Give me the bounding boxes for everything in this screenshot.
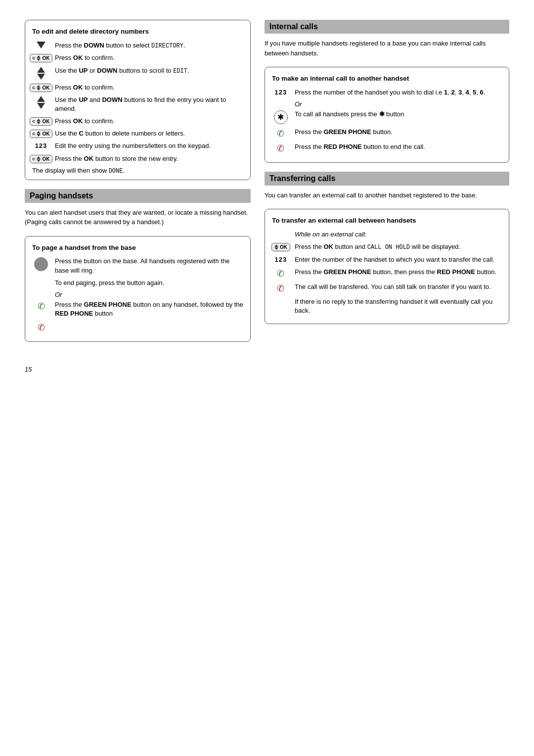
keypad-123-icon-3: 123 bbox=[272, 256, 290, 263]
step-green-phone-internal-text: Press the GREEN PHONE button. bbox=[295, 128, 502, 137]
left-column: To edit and delete directory numbers Pre… bbox=[25, 20, 251, 351]
internal-calls-box: To make an internal call to another hand… bbox=[265, 67, 509, 163]
paging-section-header: Paging handsets bbox=[25, 189, 251, 203]
green-phone-icon-2: ✆ bbox=[272, 128, 290, 139]
keypad-123-icon-2: 123 bbox=[272, 89, 290, 96]
step-c-delete: C OK Use the C button to delete numbers … bbox=[32, 129, 243, 138]
ok-icon-1: C OK bbox=[32, 54, 50, 62]
step-123-internal: 123 Press the number of the handset you … bbox=[272, 88, 502, 97]
internal-calls-box-title: To make an internal call to another hand… bbox=[272, 74, 502, 83]
step-no-reply: If there is no reply to the transferring… bbox=[272, 297, 502, 315]
ok-icon-2: C OK bbox=[32, 84, 50, 92]
step-ok-store-text: Press the OK button to store the new ent… bbox=[55, 154, 243, 163]
step-no-reply-text: If there is no reply to the transferring… bbox=[295, 297, 502, 315]
step-red-phone-internal-text: Press the RED PHONE button to end the ca… bbox=[295, 142, 502, 151]
page-number: 15 bbox=[25, 366, 509, 373]
edit-delete-box: To edit and delete directory numbers Pre… bbox=[25, 20, 251, 180]
transferring-calls-header: Transferring calls bbox=[265, 172, 509, 186]
ok-icon-6: OK bbox=[272, 243, 290, 251]
down-arrow-icon bbox=[32, 42, 50, 48]
step-updown-find: Use the UP and DOWN buttons to find the … bbox=[32, 95, 243, 113]
step-while-external-text: While on an external call: bbox=[295, 230, 502, 239]
step-updown-edit: Use the UP or DOWN buttons to scroll to … bbox=[32, 66, 243, 80]
step-ok-call-hold: OK Press the OK button and CALL ON HOLD … bbox=[272, 242, 502, 252]
step-green-phone-page: ✆ Press the GREEN PHONE button on any ha… bbox=[32, 300, 243, 318]
ok-icon-4: C OK bbox=[32, 130, 50, 138]
display-done-text: The display will then show DONE. bbox=[32, 167, 243, 175]
step-star-all-text: To call all handsets press the ✱ button bbox=[295, 110, 502, 119]
step-ok-confirm-2: C OK Press OK to confirm. bbox=[32, 83, 243, 92]
step-end-paging-text: To end paging, press the button again. bbox=[55, 279, 243, 287]
step-while-external: While on an external call: bbox=[272, 230, 502, 239]
circle-button-icon bbox=[32, 257, 50, 271]
green-phone-icon-1: ✆ bbox=[32, 301, 50, 312]
step-ok-call-hold-text: Press the OK button and CALL ON HOLD wil… bbox=[295, 242, 502, 252]
step-green-phone-page-text: Press the GREEN PHONE button on any hand… bbox=[55, 300, 243, 318]
star-icon: ✱ bbox=[272, 110, 290, 124]
step-red-phone-internal: ✆ Press the RED PHONE button to end the … bbox=[272, 142, 502, 154]
step-green-phone-transfer-text: Press the GREEN PHONE button, then press… bbox=[295, 268, 502, 277]
step-page-circle: Press the button on the base. All handse… bbox=[32, 257, 243, 275]
red-phone-icon-2: ✆ bbox=[272, 143, 290, 154]
step-red-phone-transfer-text: The call will be transfered. You can sti… bbox=[295, 283, 502, 291]
step-star-all: ✱ To call all handsets press the ✱ butto… bbox=[272, 110, 502, 124]
step-ok-store: C OK Press the OK button to store the ne… bbox=[32, 154, 243, 163]
step-123-edit-text: Edit the entry using the numbers/letters… bbox=[55, 142, 243, 150]
paging-box-title: To page a handset from the base bbox=[32, 243, 243, 252]
step-ok-confirm-1: C OK Press OK to confirm. bbox=[32, 53, 243, 62]
step-updown-edit-text: Use the UP or DOWN buttons to scroll to … bbox=[55, 66, 243, 76]
up-down-arrows-icon-2 bbox=[32, 96, 50, 109]
step-123-transfer: 123 Enter the number of the handset to w… bbox=[272, 255, 502, 264]
transfer-box: To transfer an external call between han… bbox=[265, 209, 509, 324]
step-end-paging: To end paging, press the button again. bbox=[32, 279, 243, 287]
page-layout: To edit and delete directory numbers Pre… bbox=[25, 20, 509, 351]
step-ok-confirm-1-text: Press OK to confirm. bbox=[55, 53, 243, 62]
step-updown-find-text: Use the UP and DOWN buttons to find the … bbox=[55, 95, 243, 113]
or-label-2: Or bbox=[295, 100, 502, 108]
ok-icon-5: C OK bbox=[32, 155, 50, 163]
right-column: Internal calls If you have multiple hand… bbox=[265, 20, 509, 351]
step-123-transfer-text: Enter the number of the handset to which… bbox=[295, 255, 502, 264]
step-down-directory-text: Press the DOWN button to select DIRECTOR… bbox=[55, 41, 243, 50]
step-ok-confirm-3: C OK Press OK to confirm. bbox=[32, 117, 243, 126]
up-down-arrows-icon-1 bbox=[32, 67, 50, 80]
or-label-1: Or bbox=[55, 291, 243, 298]
edit-delete-title: To edit and delete directory numbers bbox=[32, 27, 243, 36]
ok-icon-3: C OK bbox=[32, 117, 50, 126]
internal-calls-body: If you have multiple handsets registered… bbox=[265, 39, 509, 58]
step-red-phone-page: ✆ bbox=[32, 322, 243, 333]
step-down-directory: Press the DOWN button to select DIRECTOR… bbox=[32, 41, 243, 50]
step-123-edit: 123 Edit the entry using the numbers/let… bbox=[32, 142, 243, 150]
step-green-phone-transfer: ✆ Press the GREEN PHONE button, then pre… bbox=[272, 268, 502, 279]
keypad-123-icon-1: 123 bbox=[32, 142, 50, 149]
red-phone-icon-1: ✆ bbox=[32, 322, 50, 333]
step-page-circle-text: Press the button on the base. All handse… bbox=[55, 257, 243, 275]
paging-section-body: You can alert handset users that they ar… bbox=[25, 208, 251, 227]
paging-box: To page a handset from the base Press th… bbox=[25, 236, 251, 342]
step-c-delete-text: Use the C button to delete numbers or le… bbox=[55, 129, 243, 138]
green-phone-icon-3: ✆ bbox=[272, 268, 290, 279]
step-red-phone-transfer: ✆ The call will be transfered. You can s… bbox=[272, 283, 502, 294]
transfer-box-title: To transfer an external call between han… bbox=[272, 216, 502, 225]
internal-calls-header: Internal calls bbox=[265, 20, 509, 34]
step-ok-confirm-2-text: Press OK to confirm. bbox=[55, 83, 243, 92]
red-phone-icon-3: ✆ bbox=[272, 283, 290, 294]
step-green-phone-internal: ✆ Press the GREEN PHONE button. bbox=[272, 128, 502, 139]
step-ok-confirm-3-text: Press OK to confirm. bbox=[55, 117, 243, 126]
step-123-internal-text: Press the number of the handset you wish… bbox=[295, 88, 502, 97]
transferring-calls-body: You can transfer an external call to ano… bbox=[265, 190, 509, 200]
